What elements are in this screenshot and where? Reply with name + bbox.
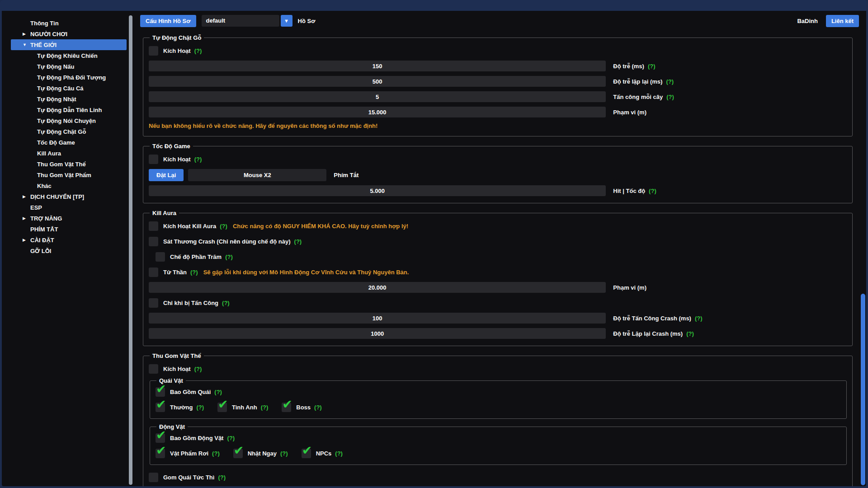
slider-label: Hit | Tốc độ(?) bbox=[613, 188, 656, 194]
slider[interactable]: 500 bbox=[149, 76, 606, 87]
sidebar-item[interactable]: ▶CÀI ĐẶT bbox=[11, 235, 127, 245]
slider-row: 100Độ trễ Tấn Công Crash (ms)(?) bbox=[149, 310, 847, 326]
window-titlebar[interactable] bbox=[0, 0, 868, 11]
help-marker[interactable]: (?) bbox=[227, 435, 235, 441]
sidebar-item[interactable]: Tự Động Nấu bbox=[11, 61, 127, 72]
sidebar-item[interactable]: Tự Động Khiêu Chiến bbox=[11, 50, 127, 61]
sidebar-item[interactable]: PHÍM TẮT bbox=[11, 224, 127, 235]
sidebar-item[interactable]: ▶NGƯỜI CHƠI bbox=[11, 28, 127, 39]
help-marker[interactable]: (?) bbox=[294, 238, 302, 245]
slider[interactable]: 5.000 bbox=[149, 185, 606, 196]
checkbox[interactable] bbox=[149, 298, 158, 308]
checkbox[interactable]: ✔ bbox=[302, 449, 311, 458]
slider-label: Độ trễ (ms)(?) bbox=[613, 63, 655, 70]
checkbox[interactable]: ✔ bbox=[156, 403, 165, 412]
sidebar-item[interactable]: Thu Gom Vật Thể bbox=[11, 159, 127, 169]
sidebar-item[interactable]: Tự Động Nói Chuyện bbox=[11, 115, 127, 126]
help-marker[interactable]: (?) bbox=[220, 223, 227, 230]
sidebar-item[interactable]: GỠ LỖI bbox=[11, 245, 127, 256]
sidebar-item[interactable]: Thu Gom Vật Phẩm bbox=[11, 169, 127, 180]
hotkey-binding-button[interactable]: Mouse X2 bbox=[188, 169, 326, 181]
sidebar-item[interactable]: ▶DỊCH CHUYỂN [TP] bbox=[11, 191, 127, 202]
help-marker[interactable]: (?) bbox=[196, 404, 204, 411]
checkbox[interactable] bbox=[149, 46, 158, 56]
help-marker[interactable]: (?) bbox=[225, 253, 233, 260]
sidebar-item[interactable]: Khác bbox=[11, 180, 127, 191]
check-icon: ✔ bbox=[156, 445, 166, 457]
help-marker[interactable]: (?) bbox=[261, 404, 269, 411]
sidebar-item[interactable]: Tự Động Chặt Gỗ bbox=[11, 126, 127, 137]
help-marker[interactable]: (?) bbox=[218, 474, 226, 481]
checkbox[interactable] bbox=[149, 155, 158, 164]
help-marker[interactable]: (?) bbox=[649, 188, 656, 194]
slider[interactable]: 1000 bbox=[149, 328, 606, 339]
help-marker[interactable]: (?) bbox=[194, 47, 202, 54]
checkbox-row: Gom Quái Tức Thì(?) bbox=[149, 469, 847, 485]
sidebar-item[interactable]: Tự Động Phá Đối Tượng bbox=[11, 72, 127, 83]
slider-label-text: Phạm vi (m) bbox=[613, 284, 646, 291]
slider-value: 150 bbox=[373, 63, 382, 70]
checkbox[interactable] bbox=[149, 237, 158, 246]
profile-label: Hồ Sơ bbox=[298, 18, 316, 24]
help-marker[interactable]: (?) bbox=[194, 156, 202, 163]
profile-config-button[interactable]: Cấu Hình Hồ Sơ bbox=[140, 15, 196, 27]
slider-label-text: Độ trễ (ms) bbox=[613, 63, 644, 70]
help-marker[interactable]: (?) bbox=[212, 450, 220, 457]
chevron-right-icon: ▶ bbox=[23, 216, 30, 221]
sidebar-item[interactable]: Thông Tin bbox=[11, 18, 127, 28]
help-marker[interactable]: (?) bbox=[222, 300, 230, 306]
checkbox-row: Tử Thần(?)Sẽ gặp lỗi khi dùng với Mô Hìn… bbox=[149, 264, 847, 280]
hotkey-row: Đặt LạiMouse X2Phím Tắt bbox=[149, 167, 847, 183]
slider-label-text: Phạm vi (m) bbox=[613, 109, 646, 116]
slider-label: Độ trễ Lặp lại Crash (ms)(?) bbox=[613, 330, 693, 337]
help-marker[interactable]: (?) bbox=[314, 404, 322, 411]
checkbox-label: Thường bbox=[170, 404, 193, 411]
help-marker[interactable]: (?) bbox=[280, 450, 288, 457]
sidebar-item[interactable]: Tự Động Câu Cá bbox=[11, 83, 127, 94]
slider[interactable]: 150 bbox=[149, 61, 606, 71]
sidebar-item[interactable]: ESP bbox=[11, 202, 127, 213]
slider[interactable]: 15.000 bbox=[149, 107, 606, 117]
settings-group-title: Tự Động Chặt Gỗ bbox=[150, 34, 204, 41]
checkbox[interactable]: ✔ bbox=[233, 449, 243, 458]
sidebar-scrollbar[interactable] bbox=[129, 15, 132, 485]
sidebar-item[interactable]: Tốc Độ Game bbox=[11, 137, 127, 148]
checkbox[interactable] bbox=[156, 252, 165, 262]
slider[interactable]: 100 bbox=[149, 313, 606, 324]
profile-select[interactable]: default ▼ bbox=[202, 15, 292, 27]
help-marker[interactable]: (?) bbox=[214, 389, 222, 395]
help-marker[interactable]: (?) bbox=[648, 63, 656, 70]
slider[interactable]: 20.000 bbox=[149, 282, 606, 293]
sidebar-item[interactable]: Kill Aura bbox=[11, 148, 127, 159]
checkbox[interactable] bbox=[149, 267, 158, 277]
sidebar-item-label: Thu Gom Vật Phẩm bbox=[37, 172, 91, 178]
sidebar-item[interactable]: Tự Động Dẫn Tiên Linh bbox=[11, 104, 127, 115]
checkbox[interactable]: ✔ bbox=[156, 449, 165, 458]
checkbox[interactable] bbox=[149, 473, 158, 482]
checkbox-row: Sát Thương Crash (Chỉ nên dùng chế độ nà… bbox=[149, 234, 847, 249]
link-button[interactable]: Liên kết bbox=[826, 15, 859, 27]
sidebar-item[interactable]: ▼THẾ GIỚI bbox=[11, 39, 127, 50]
checkbox-label: Boss bbox=[296, 404, 311, 411]
help-marker[interactable]: (?) bbox=[686, 330, 694, 337]
chevron-down-icon[interactable]: ▼ bbox=[281, 15, 292, 27]
help-marker[interactable]: (?) bbox=[190, 269, 198, 276]
sidebar-item[interactable]: ▶TRỢ NĂNG bbox=[11, 213, 127, 224]
main-scrollbar-thumb[interactable] bbox=[861, 294, 865, 485]
help-marker[interactable]: (?) bbox=[335, 450, 343, 457]
checkbox[interactable]: ✔ bbox=[156, 387, 165, 397]
help-marker[interactable]: (?) bbox=[194, 366, 202, 372]
help-marker[interactable]: (?) bbox=[666, 78, 674, 85]
slider[interactable]: 5 bbox=[149, 91, 606, 102]
reset-button[interactable]: Đặt Lại bbox=[149, 169, 184, 181]
checkbox[interactable]: ✔ bbox=[282, 403, 291, 412]
checkbox[interactable]: ✔ bbox=[156, 433, 165, 443]
help-marker[interactable]: (?) bbox=[666, 94, 674, 100]
checkbox[interactable] bbox=[149, 364, 158, 374]
profile-select-value[interactable]: default bbox=[202, 15, 279, 27]
help-marker[interactable]: (?) bbox=[695, 315, 703, 322]
checkbox[interactable]: ✔ bbox=[217, 403, 227, 412]
checkbox[interactable] bbox=[149, 221, 158, 231]
sidebar-item[interactable]: Tự Động Nhặt bbox=[11, 94, 127, 104]
slider-row: 5Tấn công mỗi cây(?) bbox=[149, 89, 847, 104]
